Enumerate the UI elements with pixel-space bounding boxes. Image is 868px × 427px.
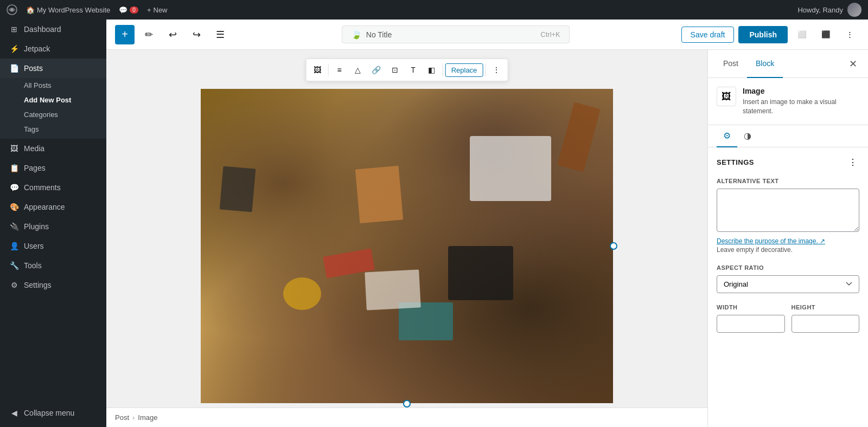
- sidebar-sub-add-new-post[interactable]: Add New Post: [0, 93, 106, 107]
- desk-item-shirt: [470, 136, 551, 201]
- block-info-description: Insert an image to make a visual stateme…: [743, 98, 859, 116]
- panel-close-button[interactable]: ✕: [844, 55, 861, 73]
- sidebar-item-appearance[interactable]: 🎨 Appearance: [0, 197, 106, 217]
- dashboard-icon: ⊞: [9, 24, 20, 35]
- desk-item-camera: [448, 246, 513, 300]
- aspect-ratio-field-group: ASPECT RATIO Original Square - 1:1 Stand…: [717, 264, 859, 293]
- sidebar-sub-categories[interactable]: Categories: [0, 107, 106, 122]
- settings-toggle-button[interactable]: ⬛: [816, 25, 835, 44]
- panel-tabs: Post Block ✕: [708, 50, 868, 78]
- tab-post[interactable]: Post: [714, 50, 747, 78]
- sidebar-item-plugins[interactable]: 🔌 Plugins: [0, 217, 106, 236]
- admin-bar-site[interactable]: 🏠 My WordPress Website: [26, 6, 110, 14]
- collapse-icon: ◀: [9, 407, 20, 418]
- sidebar-sub-all-posts[interactable]: All Posts: [0, 78, 106, 93]
- toolbar-actions: Save draft Publish ⬜ ⬛ ⋮: [681, 25, 859, 44]
- pages-icon: 📋: [9, 163, 20, 173]
- height-field: HEIGHT: [792, 304, 860, 333]
- editor-area: + ✏ ↩ ↪ ☰ 🍃 No Title Ctrl+K: [106, 20, 868, 427]
- toolbar-divider-1: [328, 63, 329, 76]
- text-icon: T: [411, 66, 416, 74]
- dimensions-row: WIDTH HEIGHT: [717, 304, 859, 333]
- height-input[interactable]: [792, 315, 860, 333]
- width-input[interactable]: [717, 315, 785, 333]
- settings-more-button[interactable]: ⋮: [846, 156, 859, 169]
- tab-block[interactable]: Block: [747, 50, 783, 78]
- align-button[interactable]: ≡: [331, 61, 348, 79]
- crop-button[interactable]: ⊡: [386, 61, 404, 79]
- image-block: [201, 89, 613, 403]
- settings-tabs: ⚙ ◑: [708, 125, 868, 147]
- admin-bar-new[interactable]: + New: [147, 6, 168, 14]
- style-icon: ◑: [744, 131, 751, 140]
- settings-content: Settings ⋮ ALTERNATIVE TEXT Describe the…: [708, 147, 868, 341]
- save-draft-button[interactable]: Save draft: [681, 27, 735, 43]
- editor-toolbar: + ✏ ↩ ↪ ☰ 🍃 No Title Ctrl+K: [106, 20, 868, 50]
- sidebar-item-pages[interactable]: 📋 Pages: [0, 158, 106, 178]
- breadcrumb-post[interactable]: Post: [115, 413, 129, 422]
- ellipsis-icon: ⋮: [493, 66, 500, 74]
- sidebar-item-media[interactable]: 🖼 Media: [0, 139, 106, 158]
- close-icon: ✕: [849, 58, 857, 70]
- block-tools-button[interactable]: ✏: [139, 25, 158, 44]
- publish-button[interactable]: Publish: [738, 26, 788, 43]
- comments-icon: 💬: [9, 182, 20, 193]
- svg-point-1: [10, 8, 14, 11]
- desk-item-teal-card: [399, 302, 453, 340]
- desk-item-white-object: [365, 270, 421, 310]
- sidebar-item-comments[interactable]: 💬 Comments: [0, 178, 106, 197]
- undo-button[interactable]: ↩: [163, 25, 182, 44]
- image-block-type-button[interactable]: 🖼: [309, 61, 326, 79]
- replace-button[interactable]: Replace: [445, 63, 483, 77]
- alt-text-link[interactable]: Describe the purpose of the image. ↗: [717, 237, 859, 245]
- caption-icon: △: [355, 66, 361, 74]
- gear-icon: ⚙: [723, 131, 731, 140]
- sidebar-sub-tags[interactable]: Tags: [0, 122, 106, 137]
- admin-bar-user[interactable]: Howdy, Randy: [797, 3, 861, 17]
- sidebar-item-users[interactable]: 👤 Users: [0, 236, 106, 256]
- sidebar-item-tools[interactable]: 🔧 Tools: [0, 256, 106, 275]
- toolbar-divider-2: [443, 63, 443, 76]
- align-icon: ≡: [337, 66, 342, 74]
- width-label: WIDTH: [717, 304, 785, 310]
- wp-logo-icon: [7, 4, 17, 15]
- canvas-area: 🖼 ≡ △ 🔗 ⊡ T: [106, 50, 707, 427]
- admin-bar-comments[interactable]: 💬 0: [119, 6, 138, 14]
- duotone-icon: ◧: [428, 66, 435, 74]
- sidebar-item-posts[interactable]: 📄 Posts: [0, 59, 106, 78]
- caption-button[interactable]: △: [349, 61, 367, 79]
- desk-item-dark-object: [220, 166, 256, 212]
- settings-tab-style[interactable]: ◑: [737, 125, 758, 147]
- sidebar-collapse-menu[interactable]: ◀ Collapse menu: [0, 403, 106, 423]
- block-info-text: Image Insert an image to make a visual s…: [743, 87, 859, 116]
- add-block-button[interactable]: +: [115, 25, 135, 44]
- sidebar-item-jetpack[interactable]: ⚡ Jetpack: [0, 39, 106, 59]
- redo-button[interactable]: ↪: [187, 25, 206, 44]
- jetpack-icon: ⚡: [9, 43, 20, 54]
- duotone-button[interactable]: ◧: [423, 61, 441, 79]
- alt-text-input[interactable]: [717, 189, 859, 232]
- redo-icon: ↪: [193, 29, 201, 41]
- height-label: HEIGHT: [792, 304, 860, 310]
- options-button[interactable]: ⋮: [840, 25, 859, 44]
- document-overview-button[interactable]: ☰: [210, 25, 230, 44]
- post-title-area: 🍃 No Title Ctrl+K: [234, 25, 677, 43]
- plugins-icon: 🔌: [9, 221, 20, 232]
- view-button[interactable]: ⬜: [792, 25, 812, 44]
- resize-handle-right[interactable]: [610, 242, 617, 250]
- sidebar-item-settings[interactable]: ⚙ Settings: [0, 275, 106, 295]
- appearance-icon: 🎨: [9, 202, 20, 212]
- breadcrumb: Post › Image: [106, 407, 707, 427]
- more-options-block-button[interactable]: ⋮: [488, 61, 505, 79]
- settings-tab-gear[interactable]: ⚙: [717, 125, 737, 147]
- image-block-icon: 🖼: [722, 91, 731, 102]
- text-overlay-button[interactable]: T: [405, 61, 422, 79]
- aspect-ratio-select[interactable]: Original Square - 1:1 Standard - 4:3 Por…: [717, 275, 859, 293]
- post-title-input[interactable]: 🍃 No Title Ctrl+K: [342, 25, 570, 43]
- tools-icon: 🔧: [9, 260, 20, 271]
- link-button[interactable]: 🔗: [368, 61, 385, 79]
- resize-handle-bottom[interactable]: [403, 400, 411, 407]
- sidebar-item-dashboard[interactable]: ⊞ Dashboard: [0, 20, 106, 39]
- breadcrumb-block: Image: [138, 413, 157, 422]
- block-type-icon: 🖼: [717, 87, 736, 106]
